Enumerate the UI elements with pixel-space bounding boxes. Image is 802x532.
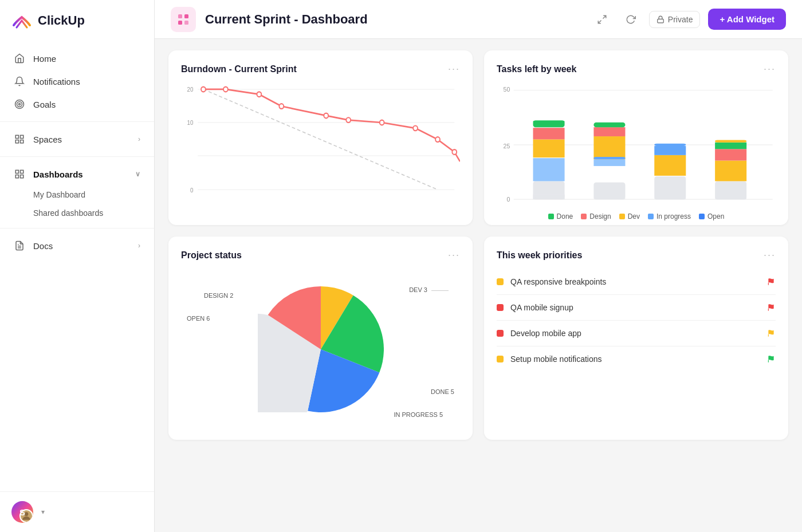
sidebar-item-docs[interactable]: Docs ›	[0, 234, 154, 257]
priority-item-2-left: Develop mobile app	[497, 329, 581, 338]
svg-rect-65	[715, 149, 746, 160]
svg-rect-4	[21, 135, 23, 138]
priority-dot-1	[497, 304, 504, 311]
svg-rect-54	[593, 127, 625, 136]
sidebar-item-notifications[interactable]: Notifications	[0, 70, 154, 93]
priority-text-1: QA mobile signup	[510, 303, 573, 312]
legend-design-dot	[581, 214, 587, 219]
priority-dot-0	[497, 278, 504, 285]
svg-rect-15	[184, 14, 188, 18]
spaces-icon	[14, 133, 25, 145]
priorities-header: This week priorities ···	[497, 249, 776, 261]
burndown-chart-area: 20 10 0	[181, 83, 460, 215]
avatar-circle: S	[11, 501, 33, 523]
sidebar-item-goals[interactable]: Goals	[0, 93, 154, 116]
avatar[interactable]: S	[11, 501, 33, 523]
sidebar-item-notifications-label: Notifications	[33, 77, 80, 86]
tasks-by-week-widget: Tasks left by week ··· 50 25 0	[484, 50, 788, 225]
burndown-header: Burndown - Current Sprint ···	[181, 63, 460, 75]
svg-rect-52	[593, 159, 625, 166]
svg-rect-7	[15, 170, 18, 173]
priority-item-1: QA mobile signup	[497, 295, 776, 321]
page-title: Current Sprint - Dashboard	[205, 12, 368, 27]
svg-point-28	[223, 87, 228, 92]
sidebar-item-spaces[interactable]: Spaces ›	[0, 128, 154, 151]
bar-chart-area: 50 25 0	[497, 83, 776, 215]
header-left: Current Sprint - Dashboard	[171, 7, 368, 32]
priority-item-1-left: QA mobile signup	[497, 303, 573, 312]
svg-rect-45	[533, 139, 565, 157]
svg-point-33	[380, 120, 384, 125]
priority-dot-2	[497, 330, 504, 337]
svg-rect-62	[654, 197, 686, 199]
dashboards-icon	[14, 168, 25, 180]
burndown-widget: Burndown - Current Sprint ··· 20 10 0	[168, 50, 473, 225]
svg-rect-68	[715, 140, 746, 142]
dashboards-chevron-icon: ∨	[135, 170, 140, 178]
nav-divider-2	[0, 156, 154, 157]
pie-svg	[258, 286, 384, 412]
pie-label-inprogress: IN PROGRESS 5	[394, 411, 443, 418]
svg-text:10: 10	[187, 120, 194, 127]
main-area: Current Sprint - Dashboard Private + Add…	[155, 0, 802, 532]
docs-icon	[14, 240, 25, 251]
home-icon	[14, 53, 25, 64]
priority-text-0: QA responsive breakpoints	[510, 277, 606, 286]
sidebar-item-dashboards[interactable]: Dashboards ∨	[0, 163, 154, 186]
page-header: Current Sprint - Dashboard Private + Add…	[155, 0, 802, 39]
pie-label-done: DONE 5	[431, 388, 454, 395]
bar-chart-svg-wrap: 50 25 0	[497, 83, 776, 207]
svg-text:0: 0	[506, 196, 510, 203]
pie-label-open: OPEN 6	[187, 315, 210, 322]
svg-rect-18	[658, 19, 664, 22]
priority-item-2: Develop mobile app	[497, 321, 776, 346]
avatar-letter: S	[19, 507, 25, 517]
svg-rect-48	[533, 121, 565, 123]
sidebar-sub-my-dashboard[interactable]: My Dashboard	[0, 186, 154, 204]
project-status-menu-button[interactable]: ···	[448, 249, 460, 261]
sidebar-item-home-label: Home	[33, 54, 56, 64]
legend-open: Open	[699, 212, 724, 220]
svg-rect-53	[593, 136, 625, 159]
svg-rect-55	[593, 123, 625, 127]
svg-rect-56	[593, 197, 625, 199]
refresh-button[interactable]	[620, 9, 641, 30]
legend-inprogress: In progress	[648, 212, 691, 220]
svg-point-30	[279, 104, 284, 109]
sidebar-sub-shared-dashboards[interactable]: Shared dashboards	[0, 204, 154, 222]
logo-text: ClickUp	[38, 13, 85, 28]
widgets-row-2: Project status ···	[168, 237, 788, 440]
private-tag[interactable]: Private	[649, 11, 701, 28]
project-status-title: Project status	[181, 250, 242, 261]
priority-flag-0	[766, 277, 776, 286]
burndown-menu-button[interactable]: ···	[448, 63, 460, 75]
svg-rect-67	[715, 197, 746, 199]
priorities-menu-button[interactable]: ···	[764, 249, 776, 261]
priorities-widget: This week priorities ··· QA responsive b…	[484, 237, 788, 440]
svg-line-26	[203, 89, 438, 190]
svg-text:0: 0	[190, 187, 194, 194]
footer-chevron-icon[interactable]: ▾	[41, 508, 45, 516]
header-right: Private + Add Widget	[592, 9, 786, 30]
svg-rect-57	[593, 157, 625, 159]
tasks-by-week-menu-button[interactable]: ···	[764, 63, 776, 75]
legend-dev-label: Dev	[628, 212, 640, 220]
legend-done: Done	[548, 212, 573, 220]
project-status-header: Project status ···	[181, 249, 460, 261]
svg-point-2	[19, 104, 21, 105]
priority-dot-3	[497, 356, 504, 362]
dashboard-content: Burndown - Current Sprint ··· 20 10 0	[155, 39, 802, 532]
legend-done-dot	[548, 214, 554, 219]
add-widget-button[interactable]: + Add Widget	[708, 9, 786, 30]
goals-icon	[14, 98, 25, 110]
sidebar-item-docs-label: Docs	[33, 241, 53, 251]
expand-button[interactable]	[592, 9, 612, 30]
svg-point-35	[435, 137, 440, 142]
priorities-title: This week priorities	[497, 250, 582, 261]
svg-rect-16	[178, 21, 182, 25]
svg-rect-63	[715, 181, 746, 199]
legend-done-label: Done	[557, 212, 573, 220]
logo-area: ClickUp	[0, 0, 154, 41]
sidebar-item-home[interactable]: Home	[0, 47, 154, 70]
legend-design: Design	[581, 212, 611, 220]
